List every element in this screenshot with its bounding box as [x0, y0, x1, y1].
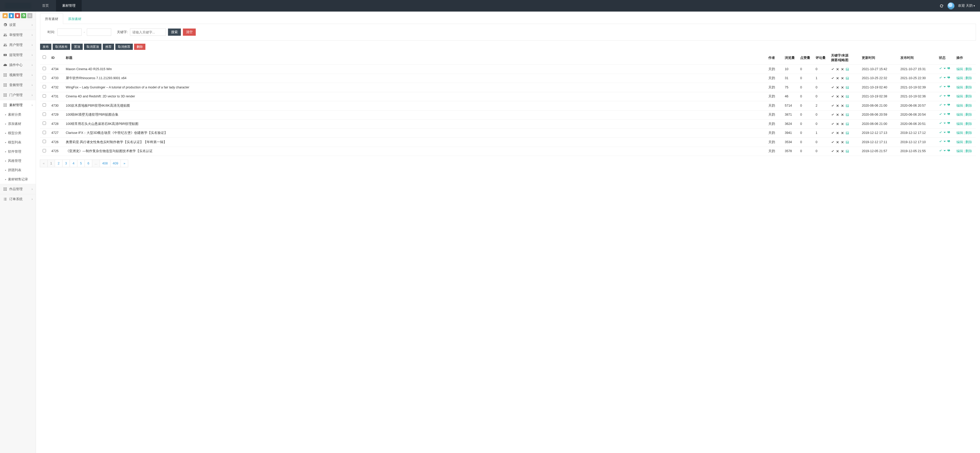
th-updated[interactable]: 更新时间 — [859, 51, 898, 65]
delete-link[interactable]: 删除 — [966, 122, 972, 126]
image-icon[interactable] — [846, 122, 849, 126]
sidebar-item-5[interactable]: 视频管理 › — [0, 70, 36, 80]
x-icon[interactable] — [836, 104, 839, 107]
keyword-input[interactable] — [130, 29, 166, 36]
clear-button[interactable]: 清空 — [183, 29, 196, 36]
cell-title[interactable]: Maxon Cinema 4D R25.015 Win — [63, 65, 766, 74]
check-icon[interactable] — [831, 131, 834, 135]
row-select[interactable] — [43, 149, 46, 152]
th-author[interactable]: 作者 — [766, 51, 782, 65]
refresh-icon[interactable] — [939, 3, 944, 8]
th-meta[interactable]: 关键字/来源 摘要/缩略图 — [829, 51, 859, 65]
page-408[interactable]: 408 — [100, 160, 110, 167]
x-icon[interactable] — [841, 113, 844, 116]
th-comments[interactable]: 评论量 — [813, 51, 829, 65]
thumb-down-icon[interactable] — [947, 85, 950, 88]
edit-link[interactable]: 编辑 — [956, 94, 963, 98]
x-icon[interactable] — [841, 150, 844, 153]
page-5[interactable]: 5 — [77, 160, 85, 167]
image-icon[interactable] — [846, 104, 849, 107]
edit-link[interactable]: 编辑 — [956, 122, 963, 126]
row-select[interactable] — [43, 140, 46, 143]
check-icon[interactable] — [939, 140, 942, 143]
x-icon[interactable] — [841, 140, 844, 144]
page-409[interactable]: 409 — [110, 160, 121, 167]
thumb-down-icon[interactable] — [947, 121, 950, 125]
qa-trash-icon[interactable] — [15, 13, 20, 18]
check-icon[interactable] — [831, 68, 834, 71]
edit-link[interactable]: 编辑 — [956, 113, 963, 116]
greeting[interactable]: 欢迎 天韵▼ — [958, 3, 975, 8]
check-icon[interactable] — [939, 85, 942, 88]
page-4[interactable]: 4 — [70, 160, 77, 167]
tab-add[interactable]: 添加素材 — [63, 13, 86, 24]
check-icon[interactable] — [939, 113, 942, 116]
delete-link[interactable]: 删除 — [966, 86, 972, 89]
delete-link[interactable]: 删除 — [966, 104, 972, 107]
avatar[interactable] — [947, 2, 955, 10]
x-icon[interactable] — [841, 122, 844, 126]
sidebar-item-9[interactable]: 作品管理 › — [0, 184, 36, 194]
thumb-down-icon[interactable] — [947, 103, 950, 107]
bulk-3[interactable]: 取消置顶 — [84, 44, 102, 50]
check-icon[interactable] — [939, 67, 942, 70]
sidebar-item-2[interactable]: 用户管理 › — [0, 40, 36, 50]
cell-title[interactable]: 奥蕾莉亚·风行者女性角色实时制作教学【实名认证】【年终第一辑】 — [63, 138, 766, 147]
page-6[interactable]: 6 — [84, 160, 92, 167]
x-icon[interactable] — [841, 77, 844, 80]
image-icon[interactable] — [846, 113, 849, 116]
page-...[interactable]: ... — [92, 160, 100, 167]
edit-link[interactable]: 编辑 — [956, 131, 963, 135]
down-icon[interactable] — [943, 76, 947, 80]
down-icon[interactable] — [943, 140, 947, 143]
cell-title[interactable]: 《亚洲龙》—制作复杂生物造型与贴图技术教学【实名认证 — [63, 147, 766, 156]
cell-title[interactable]: WingFox – Lady Gunslinger – A tutorial o… — [63, 83, 766, 92]
nav-home[interactable]: 首页 — [36, 0, 55, 11]
delete-link[interactable]: 删除 — [966, 140, 972, 144]
image-icon[interactable] — [846, 86, 849, 89]
th-published[interactable]: 发布时间 — [898, 51, 936, 65]
image-icon[interactable] — [846, 77, 849, 80]
x-icon[interactable] — [836, 150, 839, 153]
down-icon[interactable] — [943, 103, 947, 107]
row-select[interactable] — [43, 131, 46, 134]
bulk-5[interactable]: 取消推荐 — [115, 44, 133, 50]
bulk-0[interactable]: 发布 — [40, 44, 51, 50]
x-icon[interactable] — [841, 86, 844, 89]
edit-link[interactable]: 编辑 — [956, 76, 963, 80]
down-icon[interactable] — [943, 131, 947, 134]
x-icon[interactable] — [836, 77, 839, 80]
search-button[interactable]: 搜索 — [168, 29, 181, 36]
check-icon[interactable] — [939, 131, 942, 134]
delete-link[interactable]: 删除 — [966, 76, 972, 80]
x-icon[interactable] — [841, 104, 844, 107]
qa-gear-icon[interactable] — [21, 13, 26, 18]
sidebar-sub-7[interactable]: 素材销售记录 — [0, 175, 36, 184]
bulk-1[interactable]: 取消发布 — [52, 44, 70, 50]
x-icon[interactable] — [841, 68, 844, 71]
cell-title[interactable]: Cinema 4D and Redshift: 2D vector to 3D … — [63, 92, 766, 101]
edit-link[interactable]: 编辑 — [956, 67, 963, 71]
sidebar-item-10[interactable]: 订单系统 › — [0, 194, 36, 204]
row-select[interactable] — [43, 103, 46, 107]
cell-title[interactable]: 100款木质地板PBR纹理4K/8K高清无缝贴图 — [63, 101, 766, 110]
check-icon[interactable] — [939, 103, 942, 107]
sidebar-sub-0[interactable]: 素材分类 — [0, 110, 36, 119]
cell-title[interactable]: 犀牛软件Rhinoceros 7.11.21293.9001 x64 — [63, 74, 766, 83]
th-likes[interactable]: 点赞量 — [798, 51, 813, 65]
edit-link[interactable]: 编辑 — [956, 149, 963, 153]
check-icon[interactable] — [831, 77, 834, 80]
delete-link[interactable]: 删除 — [966, 149, 972, 153]
sidebar-item-3[interactable]: 提现管理 › — [0, 50, 36, 60]
sidebar-sub-2[interactable]: 模型分类 — [0, 128, 36, 138]
row-select[interactable] — [43, 85, 46, 88]
sidebar-sub-6[interactable]: 拼团列表 — [0, 166, 36, 175]
time-to-input[interactable] — [87, 29, 111, 36]
x-icon[interactable] — [836, 131, 839, 135]
check-icon[interactable] — [831, 86, 834, 89]
row-select[interactable] — [43, 94, 46, 97]
down-icon[interactable] — [943, 67, 947, 70]
bulk-4[interactable]: 推荐 — [103, 44, 114, 50]
select-all[interactable] — [43, 56, 46, 59]
image-icon[interactable] — [846, 95, 849, 98]
